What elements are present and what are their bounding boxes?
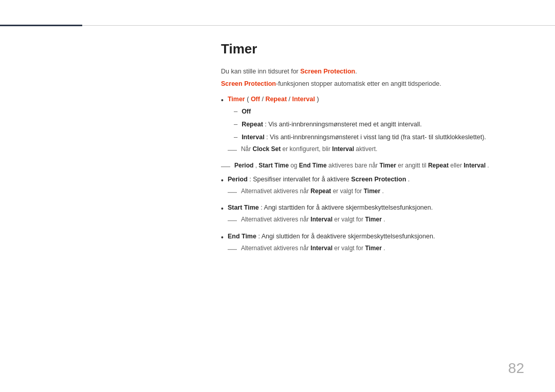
bullet-content-endtime: End Time : Angi sluttiden for å deaktive…	[228, 231, 524, 257]
bullet-dot-4: •	[221, 232, 224, 243]
starttime-label: Start Time	[228, 204, 259, 211]
note-starttime-content: Alternativet aktiveres når Interval er v…	[241, 215, 524, 225]
sub-item-interval: – Interval : Vis anti-innbrenningsmønste…	[234, 132, 524, 143]
note-period-repeat: ― Alternativet aktiveres når Repeat er v…	[228, 186, 524, 198]
note-period-repeat-prefix: Alternativet aktiveres når	[241, 188, 310, 195]
interval-label: Interval	[242, 134, 264, 141]
repeat-ref1: Repeat	[428, 162, 449, 169]
note-starttime-prefix: Alternativet aktiveres når	[241, 216, 310, 223]
bullet-item-starttime: • Start Time : Angi starttiden for å akt…	[221, 202, 524, 228]
timer-paren-open: (	[247, 96, 249, 103]
note-endtime-suffix: .	[383, 245, 385, 252]
period-note-text1: aktiveres bare når	[328, 162, 379, 169]
timer-ref3: Timer	[365, 216, 381, 223]
note-starttime-interval: ― Alternativet aktiveres når Interval er…	[228, 215, 524, 226]
timer-paren-close: )	[317, 96, 319, 103]
note-endtime-middle: er valgt for	[334, 245, 365, 252]
top-bar-light-segment	[82, 25, 555, 26]
endtime-bullet-text: End Time : Angi sluttiden for å deaktive…	[228, 233, 435, 240]
timer-label: Timer ( Off / Repeat / Interval )	[228, 96, 319, 103]
repeat-label: Repeat	[242, 121, 263, 128]
note-dash-period: ―	[221, 161, 230, 172]
note-period-repeat-suffix: .	[382, 188, 384, 195]
interval-text: : Vis anti-innbrenningsmønsteret i visst…	[266, 134, 486, 141]
note-dash-clock: ―	[228, 144, 237, 156]
off-label: Off	[242, 108, 251, 115]
intro-line1-suffix: .	[355, 68, 357, 75]
intro-line1-prefix: Du kan stille inn tidsuret for	[221, 68, 300, 75]
sub-item-off-content: Off	[242, 106, 251, 117]
note-starttime-suffix: .	[383, 216, 385, 223]
note-starttime-middle: er valgt for	[334, 216, 365, 223]
period-note-text3: eller	[450, 162, 464, 169]
timer-label-red: Timer	[228, 96, 245, 103]
note-period-content: Period , Start Time og End Time aktivere…	[234, 161, 524, 171]
page-title: Timer	[221, 41, 524, 57]
period-colon: : Spesifiser intervallet for å aktivere	[249, 176, 351, 183]
intro-line-1: Du kan stille inn tidsuret for Screen Pr…	[221, 66, 524, 77]
period-note-og: og	[290, 162, 299, 169]
period-bullet-text: Period : Spesifiser intervallet for å ak…	[228, 176, 410, 183]
bullet-content-period: Period : Spesifiser intervallet for å ak…	[228, 174, 524, 200]
period-period: .	[408, 176, 410, 183]
sub-dash-repeat: –	[234, 119, 237, 130]
interval-ref3: Interval	[310, 245, 332, 252]
sub-item-off: – Off	[234, 106, 524, 117]
timer-repeat-label: Repeat	[265, 96, 287, 103]
period-note-label: Period	[234, 162, 253, 169]
note-clock-middle: er konfigurert, blir	[283, 145, 332, 153]
bullet-dot-2: •	[221, 175, 224, 186]
intro-line1-highlight: Screen Protection	[300, 68, 355, 75]
note-endtime-content: Alternativet aktiveres når Interval er v…	[241, 244, 524, 253]
starttime-bullet-text: Start Time : Angi starttiden for å aktiv…	[228, 204, 433, 211]
bullet-content-timer: Timer ( Off / Repeat / Interval ) –	[228, 94, 524, 158]
interval-bold-label: Interval	[332, 145, 354, 153]
note-clock-prefix: Når	[241, 145, 253, 153]
interval-ref2: Interval	[310, 216, 332, 223]
note-period-repeat-middle: er valgt for	[333, 188, 364, 195]
starttime-note-label: Start Time	[258, 162, 288, 169]
period-label: Period	[228, 176, 248, 183]
repeat-ref2: Repeat	[310, 188, 331, 195]
endtime-note-label: End Time	[299, 162, 327, 169]
note-period-repeat-content: Alternativet aktiveres når Repeat er val…	[241, 186, 524, 196]
note-endtime-interval: ― Alternativet aktiveres når Interval er…	[228, 244, 524, 255]
note-dash-period-repeat: ―	[228, 186, 237, 198]
timer-slash2: /	[289, 96, 292, 103]
sub-item-repeat: – Repeat : Vis anti-innbrenningsmønstere…	[234, 119, 524, 130]
bullet-dot-1: •	[221, 95, 224, 106]
bullet-section: • Timer ( Off / Repeat / Interval )	[221, 94, 524, 256]
bullet-dot-3: •	[221, 203, 224, 214]
intro-line-2: Screen Protection-funksjonen stopper aut…	[221, 79, 524, 89]
clock-set-label: Clock Set	[253, 145, 281, 153]
note-endtime-prefix: Alternativet aktiveres når	[241, 245, 310, 252]
sub-dash-off: –	[234, 106, 237, 117]
sub-item-repeat-content: Repeat : Vis anti-innbrenningsmønsteret …	[242, 119, 422, 129]
note-period-start-end: ― Period , Start Time og End Time aktive…	[221, 161, 524, 172]
timer-interval-label: Interval	[292, 96, 315, 103]
timer-sub-items: – Off – Repeat : Vis anti-innbrenningsmø…	[234, 106, 524, 142]
intro-line2-suffix: -funksjonen stopper automatisk etter en …	[276, 80, 441, 87]
top-bar-dark-segment	[0, 25, 82, 26]
starttime-colon: : Angi starttiden for å aktivere skjermb…	[261, 204, 433, 211]
content-area: Timer Du kan stille inn tidsuret for Scr…	[221, 41, 524, 361]
bullet-content-starttime: Start Time : Angi starttiden for å aktiv…	[228, 202, 524, 228]
note-clock-content: Når Clock Set er konfigurert, blir Inter…	[241, 144, 524, 154]
timer-ref4: Timer	[365, 245, 381, 252]
timer-ref2: Timer	[364, 188, 380, 195]
period-note-text2: er angitt til	[398, 162, 428, 169]
screen-protection-label2: Screen Protection	[351, 176, 406, 183]
endtime-label: End Time	[228, 233, 256, 240]
note-clock-suffix: aktivert.	[356, 145, 377, 153]
repeat-text: : Vis anti-innbrenningsmønsteret med et …	[265, 121, 421, 128]
timer-ref1: Timer	[379, 162, 396, 169]
timer-off-label: Off	[251, 96, 260, 103]
endtime-colon: : Angi sluttiden for å deaktivere skjerm…	[258, 233, 435, 240]
sub-item-interval-content: Interval : Vis anti-innbrenningsmønstere…	[242, 132, 486, 142]
bullet-item-timer: • Timer ( Off / Repeat / Interval )	[221, 94, 524, 158]
note-dash-starttime: ―	[228, 215, 237, 226]
intro-line2-highlight: Screen Protection	[221, 80, 276, 87]
bullet-item-endtime: • End Time : Angi sluttiden for å deakti…	[221, 231, 524, 257]
period-note-text4: .	[487, 162, 489, 169]
note-clock-set: ― Når Clock Set er konfigurert, blir Int…	[228, 144, 524, 156]
